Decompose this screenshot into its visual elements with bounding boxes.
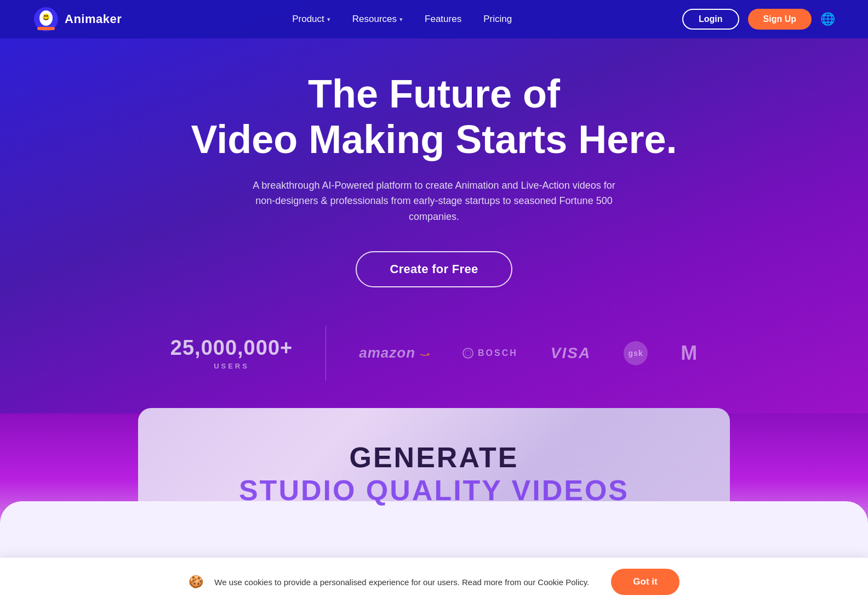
bosch-circle-icon: [462, 348, 473, 359]
animaker-logo-icon: [33, 6, 59, 32]
amazon-logo: amazon: [359, 344, 430, 361]
svg-point-2: [43, 14, 49, 20]
hero-subtitle: A breakthrough AI-Powered platform to cr…: [248, 178, 620, 225]
cookie-banner: 🍪 We use cookies to provide a personalis…: [0, 558, 868, 606]
chevron-down-icon: ▾: [399, 16, 403, 23]
mcdonalds-logo: M: [681, 342, 698, 365]
globe-icon[interactable]: 🌐: [820, 12, 835, 26]
nav-links: Product ▾ Resources ▾ Features Pricing: [292, 14, 512, 25]
login-button[interactable]: Login: [682, 9, 739, 30]
got-it-button[interactable]: Got it: [611, 569, 679, 595]
cookie-icon: 🍪: [189, 575, 203, 589]
cookie-text: We use cookies to provide a personalised…: [214, 577, 589, 587]
generate-title: GENERATE: [182, 441, 686, 474]
stats-logos-row: 25,000,000+ USERS amazon BOSCH VISA: [116, 326, 752, 381]
users-stats: 25,000,000+ USERS: [170, 336, 326, 370]
svg-point-7: [465, 350, 471, 356]
svg-point-4: [47, 15, 48, 17]
brand-logos: amazon BOSCH VISA gsk M: [359, 341, 698, 365]
svg-rect-5: [37, 27, 55, 30]
visa-logo: VISA: [551, 344, 591, 362]
stats-divider: [326, 326, 326, 381]
logo-text: Animaker: [65, 12, 122, 26]
nav-resources[interactable]: Resources ▾: [352, 14, 403, 25]
hero-title: The Future of Video Making Starts Here.: [191, 71, 677, 162]
logo[interactable]: Animaker: [33, 6, 122, 32]
signup-button[interactable]: Sign Up: [748, 9, 812, 30]
navbar: Animaker Product ▾ Resources ▾ Features …: [0, 0, 868, 38]
users-count: 25,000,000+: [170, 336, 293, 360]
amazon-arrow-icon: [420, 350, 430, 356]
hero-section: The Future of Video Making Starts Here. …: [0, 0, 868, 414]
nav-features[interactable]: Features: [425, 14, 461, 25]
generate-subtitle: STUDIO QUALITY VIDEOS: [182, 474, 686, 507]
nav-pricing[interactable]: Pricing: [483, 14, 512, 25]
svg-point-3: [44, 15, 46, 17]
nav-actions: Login Sign Up 🌐: [682, 9, 835, 30]
svg-point-6: [463, 348, 473, 358]
nav-product[interactable]: Product ▾: [292, 14, 330, 25]
users-label: USERS: [214, 362, 249, 370]
create-for-free-button[interactable]: Create for Free: [356, 251, 512, 287]
bosch-logo: BOSCH: [462, 348, 518, 359]
gsk-logo: gsk: [624, 341, 648, 365]
chevron-down-icon: ▾: [327, 16, 330, 23]
